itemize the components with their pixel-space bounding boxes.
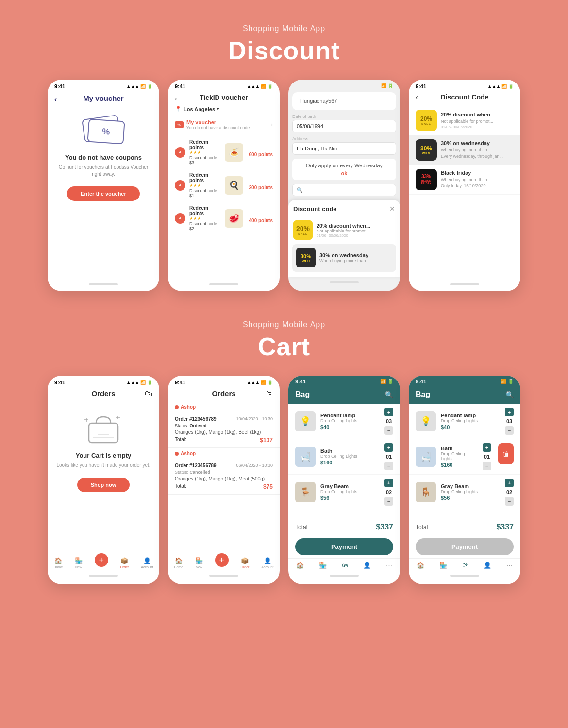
apply-ok-btn[interactable]: ok [296, 170, 392, 176]
beam-qty-plus[interactable]: + [384, 479, 393, 487]
bath-controls-4: + 01 – [483, 443, 491, 470]
beam-qty-minus[interactable]: – [384, 497, 393, 506]
shop-label-c2-2: Ashop [168, 448, 280, 459]
nav-home-c4[interactable]: 🏠 [417, 562, 424, 569]
nav-shop-c4[interactable]: 🏪 [439, 562, 447, 569]
voucher-list-item-1[interactable]: A Redeem points ★★★ Discount code $1 🍳 -… [168, 169, 280, 202]
nav-new-c2[interactable]: 🏪 New [195, 557, 203, 569]
bath-info: Bath Drop Ceiling Lights $160 [320, 448, 380, 465]
voucher-illustration: % [83, 117, 124, 146]
beam-qty-minus-4[interactable]: – [505, 497, 514, 506]
nav-user-c3[interactable]: 👤 [363, 562, 371, 569]
home-bar-2 [209, 283, 238, 285]
home-bar-c2 [209, 575, 238, 577]
section2-header: Shopping Mobile App Cart [29, 320, 539, 361]
food-img-1: 🍳 [225, 176, 243, 195]
v-stars-2: ★★★ [189, 216, 221, 221]
address-field-wrapper: Address Ha Dong, Ha Noi [292, 136, 396, 155]
lamp-qty-plus[interactable]: + [384, 408, 393, 416]
nav-account-c2[interactable]: 👤 Account [261, 557, 273, 569]
bottom-nav-c2: 🏠 Home 🏪 New + 📦 Order 👤 Account [168, 554, 280, 570]
nav-plus-c1[interactable]: + [95, 557, 108, 569]
order-card-0[interactable]: Order #123456789 10/04/2020 - 10:30 Stat… [168, 413, 280, 448]
bath-qty-plus-4[interactable]: + [483, 443, 491, 452]
d-list-item-1[interactable]: 30% WED 30% on wednesday When buying mor… [409, 135, 520, 165]
food-img-2: 🥩 [225, 209, 243, 228]
lamp-qty-plus-4[interactable]: + [505, 408, 514, 416]
bath-name-4: Bath [441, 446, 478, 451]
bath-qty-plus[interactable]: + [384, 443, 393, 452]
nav-home-c2[interactable]: 🏠 Home [174, 557, 183, 569]
bottom-nav-c4: 🏠 🏪 🛍 👤 ⋯ [409, 558, 520, 570]
order-total-row-1: Total: $75 [175, 483, 273, 490]
nav-bag-c3[interactable]: 🛍 [342, 562, 348, 569]
status-icons-4: ▲▲▲ 📶 🔋 [487, 84, 514, 89]
back-arrow-2[interactable]: ‹ [175, 95, 177, 102]
beam-controls: + 02 – [384, 479, 393, 506]
address-input[interactable]: Ha Dong, Ha Noi [292, 142, 396, 155]
voucher-list-item-0[interactable]: A Redeem points ★★★ Discount code $3 🍝 -… [168, 136, 280, 169]
delete-button-bath[interactable]: 🗑 [498, 443, 514, 464]
svg-rect-0 [89, 423, 118, 443]
order-card-1[interactable]: Order #123456789 06/04/2020 - 10:30 Stat… [168, 459, 280, 495]
nav-plus-c2[interactable]: + [215, 557, 229, 569]
enter-voucher-button[interactable]: Enter the voucher [67, 186, 140, 201]
discount-item-0[interactable]: 20% SALE 20% discount when... Not applic… [293, 216, 395, 244]
shop-name-c2: Ashop [181, 404, 196, 410]
status-time-c2: 9:41 [175, 380, 185, 385]
phone-tickid: 9:41 ▲▲▲ 📶 🔋 ‹ TickID voucher 📍 Los Ange… [168, 80, 280, 291]
chevron-right-1: › [271, 121, 273, 128]
nav-new-c1[interactable]: 🏪 New [75, 557, 83, 569]
bag-search-icon-4[interactable]: 🔍 [505, 391, 514, 398]
bath-qty-minus-4[interactable]: – [483, 462, 491, 470]
plus-button-c2[interactable]: + [215, 553, 229, 567]
payment-button-3[interactable]: Payment [295, 538, 393, 555]
back-arrow-1[interactable]: ‹ [54, 95, 57, 104]
nav-order-c1[interactable]: 📦 Order [120, 557, 129, 569]
bag-item-lamp-4: 💡 Pendant lamp Drop Ceiling Lights $40 +… [409, 404, 520, 439]
search-field[interactable]: 🔍 [292, 184, 396, 196]
account-icon-c1: 👤 [143, 557, 151, 564]
dob-value: 05/08/1994 [297, 123, 323, 129]
modal-header-row: Discount code ✕ [293, 205, 395, 213]
discount-header: ‹ Discount Code [409, 91, 520, 106]
nav-more-c3[interactable]: ⋯ [386, 562, 392, 569]
plus-button-c1[interactable]: + [95, 553, 108, 567]
v-stars-1: ★★★ [189, 183, 221, 188]
bag-header-3: Bag 🔍 [288, 385, 400, 404]
d-list-item-2[interactable]: 33% BLACK FRIDAY Black friday When buyin… [409, 165, 520, 195]
d-date-0: 01/06- 30/06/2020 [317, 233, 370, 238]
my-voucher-link[interactable]: % My voucher You do not have a discount … [168, 116, 280, 133]
home-bar-c4 [450, 575, 479, 577]
lamp-qty-minus[interactable]: – [384, 426, 393, 435]
beam-price: $56 [320, 495, 380, 501]
nav-home-c1[interactable]: 🏠 Home [53, 557, 63, 569]
location-bar[interactable]: 📍 Los Angeles ▾ [168, 106, 280, 116]
discount-title: Discount Code [441, 93, 489, 101]
nav-bag-c4[interactable]: 🛍 [462, 562, 468, 569]
payment-button-4[interactable]: Payment [416, 538, 514, 555]
orders-title-c2: Orders [212, 389, 235, 397]
beam-img: 🪑 [295, 482, 316, 502]
modal-close-icon[interactable]: ✕ [389, 205, 395, 213]
username-field[interactable]: Hungiachay567 [296, 95, 392, 107]
apply-text: Only apply on every Wednesday [296, 163, 392, 168]
shop-now-button[interactable]: Shop now [77, 478, 130, 492]
lamp-qty-minus-4[interactable]: – [505, 426, 514, 435]
home-bar-4 [450, 283, 479, 285]
dob-input[interactable]: 05/08/1994 [292, 120, 396, 132]
nav-user-c4[interactable]: 👤 [484, 562, 491, 569]
bag-search-icon-3[interactable]: 🔍 [385, 391, 393, 398]
nav-more-c4[interactable]: ⋯ [506, 562, 513, 569]
beam-qty-plus-4[interactable]: + [505, 479, 514, 487]
nav-shop-c3[interactable]: 🏪 [319, 562, 327, 569]
back-arrow-4[interactable]: ‹ [416, 93, 418, 101]
nav-account-c1[interactable]: 👤 Account [141, 557, 153, 569]
nav-home-c3[interactable]: 🏠 [296, 562, 304, 569]
d-list-item-0[interactable]: 20% SALE 20% discount when... Not applic… [409, 106, 520, 135]
bath-qty-minus[interactable]: – [384, 462, 393, 470]
beam-info-4: Gray Beam Drop Ceiling Lights $56 [441, 483, 500, 501]
voucher-list-item-2[interactable]: A Redeem points ★★★ Discount code $2 🥩 -… [168, 202, 280, 235]
discount-item-1[interactable]: 30% WED 30% on wednesday When buying mor… [292, 244, 396, 272]
nav-order-c2[interactable]: 📦 Order [241, 557, 250, 569]
